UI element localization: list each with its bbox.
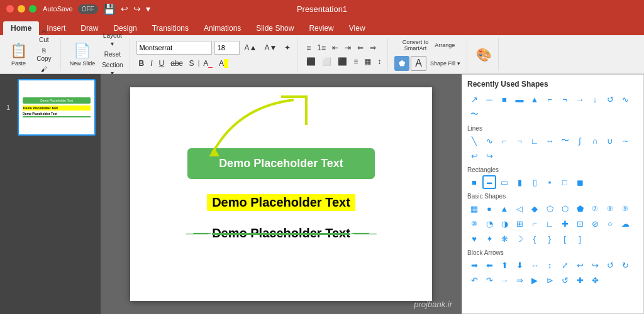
maximize-button[interactable] [29, 5, 36, 13]
line-union[interactable]: ∪ [603, 134, 617, 148]
line-angle2[interactable]: ¬ [513, 134, 526, 148]
barrow-chevron[interactable]: ▶ [528, 273, 541, 287]
undo-icon[interactable]: ↩ [121, 4, 128, 14]
shape-bracket2[interactable]: ] [573, 232, 587, 246]
shape-chord[interactable]: ◑ [497, 217, 511, 230]
shapes-button[interactable]: ⬟ [394, 56, 409, 71]
barrow-left[interactable]: ⬅ [482, 258, 496, 272]
shape-curve[interactable]: ∿ [618, 92, 632, 106]
italic-button[interactable]: I [148, 58, 155, 68]
tab-animations[interactable]: Animations [196, 21, 248, 35]
paste-button[interactable]: 📋 Paste [8, 41, 30, 68]
align-center-button[interactable]: ⬜ [319, 57, 334, 67]
underline-button[interactable]: U [157, 58, 167, 68]
rect-outline[interactable]: □ [558, 175, 572, 189]
barrow-strip1[interactable]: → [497, 273, 511, 287]
rect-cut[interactable]: ▭ [497, 175, 511, 189]
font-size-input[interactable] [214, 41, 240, 55]
shape-plaque[interactable]: ⊡ [573, 217, 587, 230]
rect-stripe[interactable]: ▯ [528, 175, 541, 189]
quick-styles-button[interactable]: 🎨 [474, 46, 494, 63]
rtl-button[interactable]: ⇐ [355, 43, 366, 53]
bold-button[interactable]: B [136, 58, 147, 68]
shape-l[interactable]: ⌐ [543, 92, 557, 106]
font-size-increase[interactable]: A▲ [242, 43, 260, 53]
new-slide-button[interactable]: 📄 New Slide [67, 41, 98, 68]
line-sin[interactable]: ∼ [618, 134, 632, 148]
rect-fold[interactable]: ▮ [513, 175, 526, 189]
shape-table[interactable]: ▦ [467, 202, 481, 215]
shape-tri[interactable]: ▲ [528, 92, 541, 106]
barrow-curve1[interactable]: ↶ [467, 273, 481, 287]
line-angle3[interactable]: ∟ [528, 134, 541, 148]
shape-star4[interactable]: ✦ [482, 232, 496, 246]
clear-format-button[interactable]: ✦ [282, 43, 293, 53]
font-selector[interactable] [136, 41, 212, 55]
copy-button[interactable]: ⎘ Copy [31, 46, 57, 63]
shape-sun[interactable]: ❋ [497, 232, 511, 246]
shape-hex[interactable]: ⬡ [558, 202, 572, 215]
shape-rtriangle[interactable]: ◁ [513, 202, 526, 215]
font-size-decrease[interactable]: A▼ [262, 43, 279, 53]
shape-moon[interactable]: ☽ [513, 232, 526, 246]
shape-rect2[interactable]: ▬ [513, 92, 526, 106]
line-back[interactable]: ↩ [467, 149, 481, 163]
shape-pie[interactable]: ◔ [482, 217, 496, 230]
shape-rect[interactable]: ■ [497, 92, 511, 106]
line-spacing-button[interactable]: ↕ [375, 57, 384, 67]
tab-slideshow[interactable]: Slide Show [248, 21, 301, 35]
align-right-button[interactable]: ⬛ [335, 57, 350, 67]
shape-circle[interactable]: ● [482, 202, 496, 215]
shape-cross[interactable]: ✚ [558, 217, 572, 230]
rect-rounded[interactable]: ▬ [482, 175, 496, 189]
ltr-button[interactable]: ⇒ [367, 43, 379, 53]
barrow-curl[interactable]: ↻ [618, 258, 632, 272]
barrow-move[interactable]: ✥ [588, 273, 602, 287]
line-wave3[interactable]: ∫ [573, 134, 587, 148]
green-placeholder-button[interactable]: Demo Placeholder Text [187, 148, 375, 179]
save-icon[interactable]: 💾 [103, 3, 116, 15]
reset-button[interactable]: Reset [99, 50, 125, 59]
align-left-button[interactable]: ⬛ [304, 57, 318, 67]
barrow-ud[interactable]: ↕ [543, 258, 557, 272]
shape-rotate[interactable]: ↺ [603, 92, 617, 106]
redo-icon[interactable]: ↪ [133, 4, 141, 14]
barrow-curve2[interactable]: ↷ [482, 273, 496, 287]
shape-diamond[interactable]: ◆ [528, 202, 541, 215]
shape-bracket1[interactable]: [ [558, 232, 572, 246]
increase-indent-button[interactable]: ⇥ [342, 43, 353, 53]
shape-corner[interactable]: ∟ [543, 217, 557, 230]
shape-10[interactable]: ⑩ [467, 217, 481, 230]
shape-fill-button[interactable]: Shape Fill ▾ [428, 60, 463, 67]
barrow-notch[interactable]: ⊳ [543, 273, 557, 287]
shape-triangle[interactable]: ▲ [497, 202, 511, 215]
arrange-button[interactable]: Arrange [432, 41, 457, 49]
more-icon[interactable]: ▾ [146, 4, 150, 14]
barrow-diag[interactable]: ⤢ [558, 258, 572, 272]
rect-dark[interactable]: ◼ [573, 175, 587, 189]
barrow-bent2[interactable]: ↪ [588, 258, 602, 272]
justify-button[interactable]: ≡ [351, 57, 360, 67]
rect-small[interactable]: ▪ [543, 175, 557, 189]
shape-pentagon[interactable]: ⬠ [543, 202, 557, 215]
shape-circle-out[interactable]: ○ [603, 217, 617, 230]
strikethrough-button[interactable]: abc [168, 58, 185, 68]
barrow-up[interactable]: ⬆ [497, 258, 511, 272]
shape-line[interactable]: ─ [482, 92, 496, 106]
barrow-lr[interactable]: ↔ [528, 258, 541, 272]
shape-brace1[interactable]: { [528, 232, 541, 246]
bullets-button[interactable]: ≡ [304, 43, 313, 53]
highlight-button[interactable]: A_ [216, 58, 231, 68]
shape-7[interactable]: ⑦ [588, 202, 602, 215]
line-straight[interactable]: ╲ [467, 134, 481, 148]
tab-review[interactable]: Review [301, 21, 341, 35]
line-back2[interactable]: ↪ [482, 149, 496, 163]
autosave-toggle[interactable]: OFF [78, 4, 98, 14]
shape-9[interactable]: ⑨ [618, 202, 632, 215]
barrow-down[interactable]: ⬇ [513, 258, 526, 272]
barrow-bent1[interactable]: ↩ [573, 258, 587, 272]
text-box-button[interactable]: A [411, 56, 426, 71]
barrow-4way[interactable]: ✚ [573, 273, 587, 287]
line-wave2[interactable]: 〜 [558, 134, 572, 148]
slide-thumbnail[interactable]: Demo Placeholder Text Demo Placeholder T… [18, 79, 96, 136]
